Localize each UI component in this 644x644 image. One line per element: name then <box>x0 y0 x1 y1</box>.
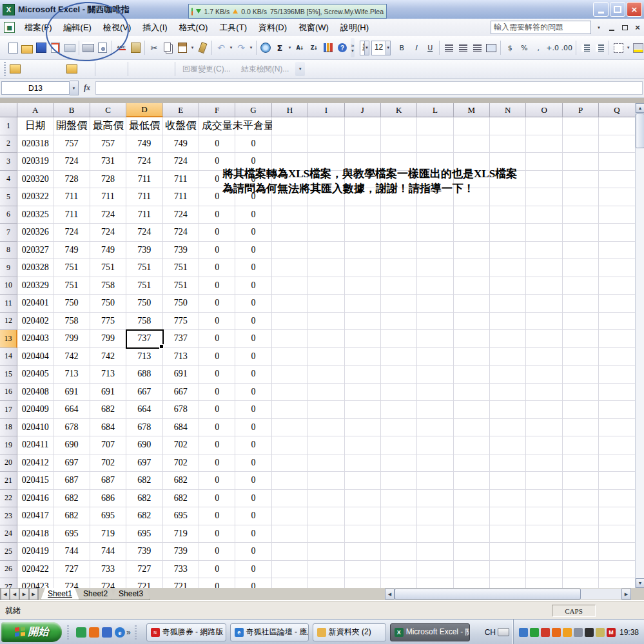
horizontal-scroll-thumb[interactable] <box>395 589 581 600</box>
column-header-C[interactable]: C <box>90 103 126 117</box>
workbook-minimize-button[interactable] <box>607 23 617 33</box>
cell-J24[interactable] <box>345 525 381 543</box>
cell-E3[interactable]: 724 <box>163 153 199 171</box>
cell-Q19[interactable] <box>599 436 635 454</box>
cell-M20[interactable] <box>454 454 490 473</box>
cell-G19[interactable]: 0 <box>235 436 271 454</box>
cell-H15[interactable] <box>272 366 308 384</box>
column-header-B[interactable]: B <box>54 103 90 117</box>
cell-F19[interactable]: 0 <box>199 436 235 454</box>
cell-Q15[interactable] <box>599 366 635 384</box>
cell-K14[interactable] <box>381 348 417 366</box>
cell-B5[interactable]: 711 <box>54 188 90 206</box>
cell-N14[interactable] <box>490 348 526 366</box>
cell-G6[interactable]: 0 <box>235 206 271 224</box>
row-header-17[interactable]: 17 <box>0 401 17 419</box>
previous-comment-icon[interactable] <box>37 63 50 75</box>
cell-G21[interactable]: 0 <box>235 472 271 490</box>
cell-K22[interactable] <box>381 490 417 508</box>
open-icon[interactable] <box>21 41 34 54</box>
name-box[interactable]: D13 <box>1 81 70 95</box>
borders-icon[interactable] <box>612 41 625 54</box>
cell-D14[interactable]: 713 <box>126 348 162 366</box>
cell-O20[interactable] <box>526 454 562 473</box>
hyperlink-icon[interactable] <box>259 41 272 54</box>
cell-B27[interactable]: 724 <box>54 578 90 588</box>
row-header-4[interactable]: 4 <box>0 171 17 189</box>
cell-G27[interactable]: 0 <box>235 578 271 588</box>
cell-D22[interactable]: 682 <box>126 490 162 508</box>
cell-K19[interactable] <box>381 436 417 454</box>
cell-P8[interactable] <box>563 242 599 260</box>
cell-C1[interactable]: 最高價 <box>90 117 126 135</box>
font-name-dropdown-icon[interactable]: ▼ <box>365 41 369 55</box>
cell-N2[interactable] <box>490 135 526 153</box>
cell-I23[interactable] <box>308 507 344 525</box>
cell-H24[interactable] <box>272 525 308 543</box>
cell-K2[interactable] <box>381 135 417 153</box>
cell-K1[interactable] <box>381 117 417 135</box>
cell-B7[interactable]: 724 <box>54 224 90 242</box>
cell-G25[interactable]: 0 <box>235 543 271 561</box>
row-header-7[interactable]: 7 <box>0 224 17 242</box>
cell-B15[interactable]: 713 <box>54 366 90 384</box>
cell-A10[interactable]: 020329 <box>17 277 54 295</box>
cell-P6[interactable] <box>563 206 599 224</box>
cell-D11[interactable]: 750 <box>126 295 162 313</box>
cell-P21[interactable] <box>563 472 599 490</box>
cell-H5[interactable] <box>272 188 308 206</box>
cell-A26[interactable]: 020422 <box>17 561 54 579</box>
cell-B25[interactable]: 744 <box>54 543 90 561</box>
cell-M11[interactable] <box>454 295 490 313</box>
menu-編輯(E)[interactable]: 編輯(E) <box>58 19 97 36</box>
row-header-20[interactable]: 20 <box>0 454 17 473</box>
tray-maxthon-icon[interactable]: M <box>607 628 616 637</box>
cell-E24[interactable]: 719 <box>163 525 199 543</box>
cell-A11[interactable]: 020401 <box>17 295 54 313</box>
cell-A12[interactable]: 020402 <box>17 313 54 331</box>
cell-H18[interactable] <box>272 419 308 437</box>
cell-P9[interactable] <box>563 259 599 277</box>
menu-資料(D)[interactable]: 資料(D) <box>253 19 293 36</box>
cell-F8[interactable]: 0 <box>199 242 235 260</box>
cell-E17[interactable]: 678 <box>163 401 199 419</box>
redo-dropdown-icon[interactable]: ▼ <box>248 41 254 54</box>
cell-M5[interactable] <box>454 188 490 206</box>
cell-G4[interactable]: 0 <box>235 171 271 189</box>
cell-G15[interactable]: 0 <box>235 366 271 384</box>
row-header-13[interactable]: 13 <box>0 330 17 348</box>
column-header-G[interactable]: G <box>235 103 271 117</box>
column-header-H[interactable]: H <box>272 103 308 117</box>
cell-L25[interactable] <box>417 543 453 561</box>
cell-I26[interactable] <box>308 561 344 579</box>
cell-Q12[interactable] <box>599 313 635 331</box>
tray-alert-icon[interactable] <box>541 628 550 637</box>
cell-C20[interactable]: 702 <box>90 454 126 473</box>
cell-C27[interactable]: 724 <box>90 578 126 588</box>
cell-J8[interactable] <box>345 242 381 260</box>
cell-G17[interactable]: 0 <box>235 401 271 419</box>
cell-H11[interactable] <box>272 295 308 313</box>
cell-O11[interactable] <box>526 295 562 313</box>
cell-L10[interactable] <box>417 277 453 295</box>
row-header-19[interactable]: 19 <box>0 436 17 454</box>
cell-D8[interactable]: 739 <box>126 242 162 260</box>
cell-K17[interactable] <box>381 401 417 419</box>
cell-M18[interactable] <box>454 419 490 437</box>
previous-sheet-button[interactable]: ◀ <box>10 588 19 600</box>
column-header-A[interactable]: A <box>17 103 54 117</box>
cell-I16[interactable] <box>308 384 344 402</box>
cell-M14[interactable] <box>454 348 490 366</box>
cell-H1[interactable] <box>272 117 308 135</box>
cell-E4[interactable]: 711 <box>163 171 199 189</box>
cell-J16[interactable] <box>345 384 381 402</box>
cell-Q25[interactable] <box>599 543 635 561</box>
borders-dropdown-icon[interactable]: ▼ <box>625 41 631 54</box>
cell-G14[interactable]: 0 <box>235 348 271 366</box>
cell-O4[interactable] <box>526 171 562 189</box>
cell-B18[interactable]: 678 <box>54 419 90 437</box>
row-header-26[interactable]: 26 <box>0 561 17 579</box>
cell-C18[interactable]: 684 <box>90 419 126 437</box>
font-size-dropdown-icon[interactable]: ▼ <box>386 41 391 55</box>
cell-N7[interactable] <box>490 224 526 242</box>
